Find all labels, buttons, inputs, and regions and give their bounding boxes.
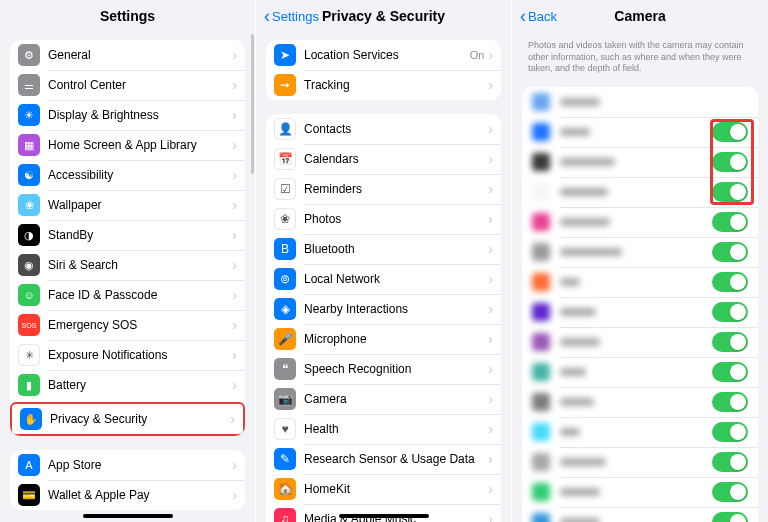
camera-app-row: [522, 237, 758, 267]
music-icon: ♫: [274, 508, 296, 522]
camera-scroll[interactable]: Photos and videos taken with the camera …: [512, 32, 768, 522]
row-label: Battery: [48, 378, 232, 392]
settings-row-wallet-apple-pay[interactable]: 💳Wallet & Apple Pay›: [10, 480, 245, 510]
app-name-blurred: [560, 218, 610, 226]
settings-row-exposure-notifications[interactable]: ✳Exposure Notifications›: [10, 340, 245, 370]
privacy-row-location-services[interactable]: ➤Location ServicesOn›: [266, 40, 501, 70]
row-label: Calendars: [304, 152, 488, 166]
camera-toggle[interactable]: [712, 332, 748, 352]
privacy-row-tracking[interactable]: ➙Tracking›: [266, 70, 501, 100]
chevron-right-icon: ›: [488, 181, 493, 197]
privacy-row-research-sensor-usage-data[interactable]: ✎Research Sensor & Usage Data›: [266, 444, 501, 474]
privacy-row-photos[interactable]: ❀Photos›: [266, 204, 501, 234]
back-button[interactable]: ‹ Back: [520, 7, 557, 25]
chevron-left-icon: ‹: [264, 7, 270, 25]
privacy-row-local-network[interactable]: ⊚Local Network›: [266, 264, 501, 294]
chevron-right-icon: ›: [232, 227, 237, 243]
camera-app-row: [522, 267, 758, 297]
privacy-row-reminders[interactable]: ☑Reminders›: [266, 174, 501, 204]
privacy-row-microphone[interactable]: 🎤Microphone›: [266, 324, 501, 354]
chevron-right-icon: ›: [488, 331, 493, 347]
camera-toggle[interactable]: [712, 362, 748, 382]
chevron-right-icon: ›: [488, 361, 493, 377]
settings-row-standby[interactable]: ◑StandBy›: [10, 220, 245, 250]
camera-toggle[interactable]: [712, 422, 748, 442]
camera-toggle[interactable]: [712, 512, 748, 522]
camera-toggle[interactable]: [712, 242, 748, 262]
blurred-app: [532, 123, 712, 141]
privacy-row-homekit[interactable]: 🏠HomeKit›: [266, 474, 501, 504]
camera-app-row: [522, 327, 758, 357]
settings-row-siri-search[interactable]: ◉Siri & Search›: [10, 250, 245, 280]
privacy-row-speech-recognition[interactable]: ❝Speech Recognition›: [266, 354, 501, 384]
camera-app-row: [522, 87, 758, 117]
privacy-row-calendars[interactable]: 📅Calendars›: [266, 144, 501, 174]
privacy-row-nearby-interactions[interactable]: ◈Nearby Interactions›: [266, 294, 501, 324]
privacy-row-health[interactable]: ♥Health›: [266, 414, 501, 444]
settings-row-face-id-passcode[interactable]: ☺Face ID & Passcode›: [10, 280, 245, 310]
back-button[interactable]: ‹ Settings: [264, 7, 319, 25]
scrollbar[interactable]: [251, 34, 254, 174]
accessibility-icon: ☯: [18, 164, 40, 186]
settings-row-control-center[interactable]: ⚌Control Center›: [10, 70, 245, 100]
blurred-app: [532, 273, 712, 291]
chevron-right-icon: ›: [232, 347, 237, 363]
settings-row-display-brightness[interactable]: ☀Display & Brightness›: [10, 100, 245, 130]
settings-row-home-screen-app-library[interactable]: ▦Home Screen & App Library›: [10, 130, 245, 160]
camera-toggle[interactable]: [712, 182, 748, 202]
app-icon: [532, 213, 550, 231]
settings-scroll[interactable]: ⚙General›⚌Control Center›☀Display & Brig…: [0, 32, 255, 522]
camera-app-row: [522, 477, 758, 507]
home-indicator[interactable]: [83, 514, 173, 518]
blurred-app: [532, 483, 712, 501]
chevron-right-icon: ›: [232, 487, 237, 503]
camera-toggle[interactable]: [712, 482, 748, 502]
camera-toggle[interactable]: [712, 152, 748, 172]
camera-toggle[interactable]: [712, 302, 748, 322]
privacy-scroll[interactable]: ➤Location ServicesOn›➙Tracking›👤Contacts…: [256, 32, 511, 522]
blurred-app: [532, 213, 712, 231]
blurred-app: [532, 243, 712, 261]
settings-row-general[interactable]: ⚙General›: [10, 40, 245, 70]
settings-row-emergency-sos[interactable]: SOSEmergency SOS›: [10, 310, 245, 340]
app-name-blurred: [560, 368, 586, 376]
blurred-app: [532, 363, 712, 381]
chevron-right-icon: ›: [232, 167, 237, 183]
privacy-row-contacts[interactable]: 👤Contacts›: [266, 114, 501, 144]
row-label: Wallpaper: [48, 198, 232, 212]
sliders-icon: ⚌: [18, 74, 40, 96]
camera-toggle[interactable]: [712, 452, 748, 472]
app-name-blurred: [560, 98, 600, 106]
app-name-blurred: [560, 308, 596, 316]
privacy-row-media-apple-music[interactable]: ♫Media & Apple Music›: [266, 504, 501, 522]
blurred-app: [532, 393, 712, 411]
blurred-app: [532, 513, 712, 522]
row-label: Home Screen & App Library: [48, 138, 232, 152]
gear-icon: ⚙: [18, 44, 40, 66]
home-indicator[interactable]: [339, 514, 429, 518]
chevron-right-icon: ›: [488, 121, 493, 137]
camera-toggle[interactable]: [712, 272, 748, 292]
settings-row-wallpaper[interactable]: ❀Wallpaper›: [10, 190, 245, 220]
camera-app-row: [522, 447, 758, 477]
settings-row-battery[interactable]: ▮Battery›: [10, 370, 245, 400]
wallet-icon: 💳: [18, 484, 40, 506]
settings-row-app-store[interactable]: AApp Store›: [10, 450, 245, 480]
settings-row-accessibility[interactable]: ☯Accessibility›: [10, 160, 245, 190]
settings-row-privacy-security[interactable]: ✋Privacy & Security›: [12, 404, 243, 434]
app-icon: [532, 483, 550, 501]
camera-toggle[interactable]: [712, 212, 748, 232]
camera-toggle[interactable]: [712, 122, 748, 142]
camera-app-row: [522, 417, 758, 447]
app-icon: [532, 183, 550, 201]
app-name-blurred: [560, 278, 580, 286]
row-label: Location Services: [304, 48, 470, 62]
app-name-blurred: [560, 128, 590, 136]
privacy-row-camera[interactable]: 📷Camera›: [266, 384, 501, 414]
privacy-row-bluetooth[interactable]: BBluetooth›: [266, 234, 501, 264]
privacy-panel: ‹ Settings Privacy & Security ➤Location …: [256, 0, 512, 522]
app-icon: [532, 513, 550, 522]
chevron-right-icon: ›: [488, 211, 493, 227]
row-label: Photos: [304, 212, 488, 226]
camera-toggle[interactable]: [712, 392, 748, 412]
